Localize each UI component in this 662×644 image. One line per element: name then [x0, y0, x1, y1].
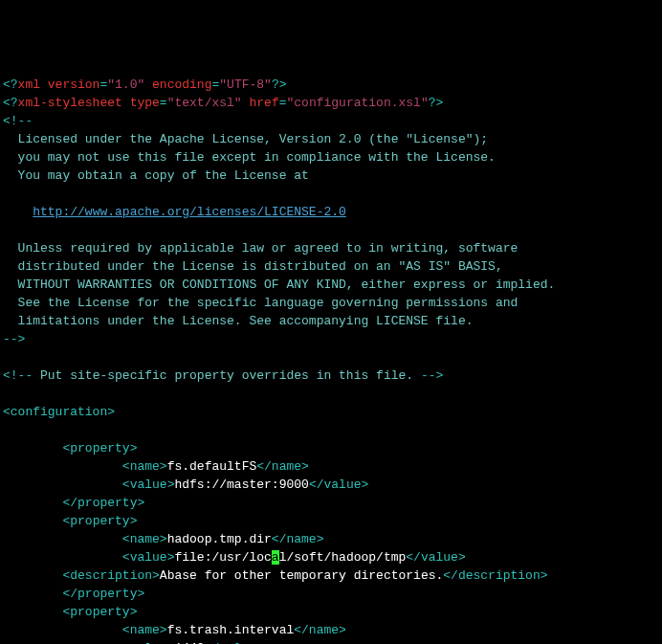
indent — [3, 496, 62, 510]
description-open-tag: <description> — [62, 568, 159, 583]
configuration-open-tag: <configuration> — [3, 405, 115, 419]
property-open-tag: <property> — [62, 514, 137, 528]
license-url-pad — [3, 205, 33, 219]
license-line: limitations under the License. See accom… — [3, 314, 473, 328]
license-line: See the License for the specific languag… — [3, 296, 518, 310]
license-line: WITHOUT WARRANTIES OR CONDITIONS OF ANY … — [3, 278, 555, 292]
value-close-tag: </value> — [406, 550, 465, 565]
name-open-tag: <name> — [122, 532, 167, 546]
encoding-keyword: encoding — [144, 78, 211, 92]
pi-close: ?> — [272, 78, 287, 92]
license-line: Licensed under the Apache License, Versi… — [3, 132, 488, 146]
indent — [3, 441, 62, 455]
comment-close: --> — [3, 332, 25, 346]
property-close-tag: </property> — [62, 587, 144, 601]
name-close-tag: </name> — [256, 459, 309, 474]
stylesheet-decl-line: <?xml-stylesheet type="text/xsl" href="c… — [3, 96, 443, 110]
prop-value-pre: file:/usr/loc — [174, 550, 271, 565]
xml-encoding: "UTF-8" — [219, 78, 272, 92]
license-line: you may not use this file except in comp… — [3, 150, 496, 165]
prop-name: fs.defaultFS — [167, 459, 257, 474]
indent — [3, 587, 62, 601]
prop-name: hadoop.tmp.dir — [167, 532, 272, 546]
property-open-tag: <property> — [62, 605, 137, 619]
license-line: Unless required by applicable law or agr… — [3, 241, 518, 255]
equals: = — [279, 96, 287, 110]
prop-value: hdfs://master:9000 — [174, 477, 308, 492]
xml-version: "1.0" — [107, 78, 144, 92]
indent — [3, 568, 62, 583]
xml-keyword: xml version — [18, 78, 100, 92]
prop-value-post: l/soft/hadoop/tmp — [279, 550, 407, 565]
property-open-tag: <property> — [62, 441, 137, 455]
indent — [3, 550, 122, 565]
code-editor[interactable]: <?xml version="1.0" encoding="UTF-8"?> <… — [3, 76, 659, 644]
value-open-tag: <value> — [122, 477, 175, 492]
property-close-tag: </property> — [62, 496, 144, 510]
license-line: You may obtain a copy of the License at — [3, 168, 309, 183]
indent — [3, 514, 62, 528]
site-comment: <!-- Put site-specific property override… — [3, 368, 443, 383]
name-close-tag: </name> — [294, 623, 346, 637]
equals: = — [160, 96, 167, 110]
stylesheet-href: "configuration.xsl" — [287, 96, 429, 110]
stylesheet-keyword: xml-stylesheet type — [18, 96, 160, 110]
indent — [3, 623, 122, 637]
href-keyword: href — [242, 96, 279, 110]
indent — [3, 532, 122, 546]
pi-close: ?> — [429, 96, 444, 110]
comment-close: --> — [421, 368, 443, 383]
pi-open: <? — [3, 96, 18, 110]
name-open-tag: <name> — [122, 459, 167, 474]
prop-name: fs.trash.interval — [167, 623, 295, 637]
cursor: a — [272, 550, 279, 565]
value-open-tag: <value> — [122, 550, 175, 565]
value-close-tag: </value> — [309, 477, 368, 492]
license-line: distributed under the License is distrib… — [3, 259, 503, 274]
comment-open: <!-- — [3, 368, 33, 383]
indent — [3, 605, 62, 619]
name-close-tag: </name> — [272, 532, 324, 546]
indent — [3, 459, 122, 474]
prop-description: Abase for other temporary directories. — [160, 568, 443, 583]
site-comment-body: Put site-specific property overrides in … — [33, 368, 421, 383]
indent — [3, 477, 122, 492]
name-open-tag: <name> — [122, 623, 167, 637]
comment-open: <!-- — [3, 114, 33, 128]
xml-decl-line: <?xml version="1.0" encoding="UTF-8"?> — [3, 78, 287, 92]
pi-open: <? — [3, 78, 18, 92]
stylesheet-type: "text/xsl" — [167, 96, 242, 110]
description-close-tag: </description> — [443, 568, 547, 583]
license-url[interactable]: http://www.apache.org/licenses/LICENSE-2… — [33, 205, 346, 219]
